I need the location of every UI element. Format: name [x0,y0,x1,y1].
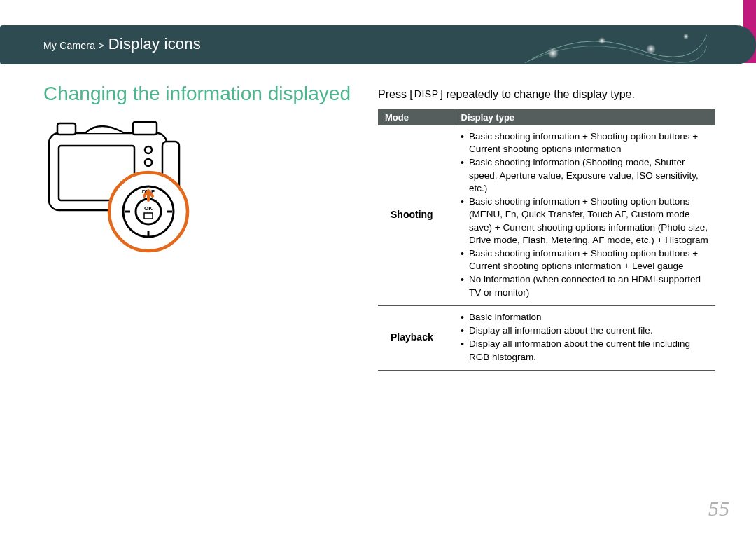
svg-point-9 [145,146,152,153]
list-item: Basic shooting information + Shooting op… [459,195,710,247]
table-row: Shooting Basic shooting information + Sh… [378,125,715,305]
intro-suffix: ] repeatedly to change the display type. [440,88,634,100]
svg-point-0 [547,48,559,59]
intro-prefix: Press [ [378,88,413,100]
section-title: Changing the information displayed [43,83,351,105]
page-number: 55 [708,497,729,521]
table-row: Playback Basic information Display all i… [378,305,715,370]
svg-point-13 [136,199,161,224]
disp-button-label: DISP [413,88,440,99]
header-bar: My Camera > Display icons [0,25,756,64]
list-item: No information (when connected to an HDM… [459,273,710,298]
list-item: Basic shooting information + Shooting op… [459,247,710,273]
svg-point-2 [646,44,656,54]
decorative-sparkle [525,21,707,70]
svg-rect-6 [133,122,157,135]
list-item: Basic shooting information + Shooting op… [459,130,710,156]
svg-point-10 [145,159,152,166]
display-type-table: Mode Display type Shooting Basic shootin… [378,109,715,371]
breadcrumb-prefix: My Camera > [43,40,107,51]
table-header-display-type: Display type [454,109,715,125]
row-label-playback: Playback [378,305,454,370]
breadcrumb-current: Display icons [108,35,201,53]
svg-point-1 [598,37,606,44]
svg-rect-5 [57,123,76,135]
list-item: Display all information about the curren… [459,338,710,363]
list-item: Basic information [459,311,710,324]
row-label-shooting: Shooting [378,125,454,305]
table-header-mode: Mode [378,109,454,125]
list-item: Display all information about the curren… [459,324,710,337]
list-item: Basic shooting information (Shooting mod… [459,156,710,195]
intro-line: Press [DISP] repeatedly to change the di… [378,88,635,101]
breadcrumb: My Camera > Display icons [43,35,201,53]
svg-text:OK: OK [144,205,153,212]
svg-point-3 [683,34,689,39]
row-content-playback: Basic information Display all informatio… [454,305,715,370]
row-content-shooting: Basic shooting information + Shooting op… [454,125,715,305]
camera-illustration: OK DISP [43,114,204,261]
